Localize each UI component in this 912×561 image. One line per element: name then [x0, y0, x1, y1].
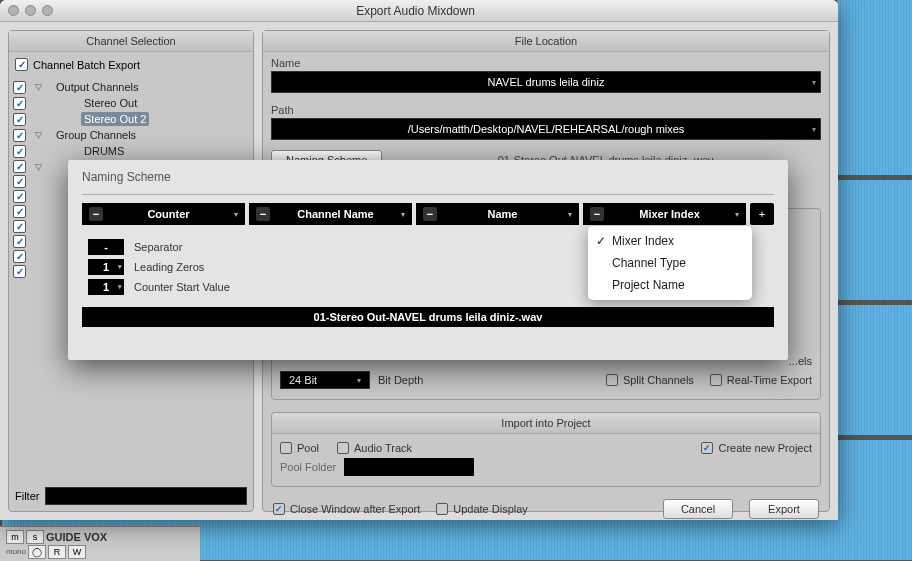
channel-label[interactable]: Stereo Out 2 — [81, 112, 149, 126]
leading-zeros-field[interactable]: 1▾ — [88, 259, 124, 275]
separator-field[interactable]: - — [88, 239, 124, 255]
field-bar: −Counter▾−Channel Name▾−Name▾−Mixer Inde… — [82, 203, 774, 225]
separator-label: Separator — [134, 241, 182, 253]
bit-depth-select[interactable]: 24 Bit ▾ — [280, 371, 370, 389]
dropdown-icon[interactable]: ▾ — [812, 125, 816, 134]
track-header[interactable]: m s GUIDE VOX mono ◯ R W — [0, 526, 200, 561]
channel-checkbox[interactable]: ✓ — [13, 97, 26, 110]
track-name: GUIDE VOX — [46, 531, 107, 543]
name-field[interactable]: NAVEL drums leila diniz ▾ — [271, 71, 821, 93]
chevron-down-icon[interactable]: ▾ — [735, 210, 739, 219]
leading-zeros-label: Leading Zeros — [134, 261, 204, 273]
channel-label[interactable]: Output Channels — [53, 80, 142, 94]
chevron-down-icon[interactable]: ▾ — [118, 263, 122, 271]
channel-label[interactable]: Group Channels — [53, 128, 139, 142]
titlebar[interactable]: Export Audio Mixdown — [0, 0, 838, 22]
naming-field[interactable]: −Counter▾ — [82, 203, 245, 225]
channel-checkbox[interactable]: ✓ — [13, 265, 26, 278]
menu-item[interactable]: Channel Type — [588, 252, 752, 274]
cancel-button[interactable]: Cancel — [663, 499, 733, 519]
pool-checkbox[interactable]: Pool — [280, 442, 319, 454]
chevron-down-icon[interactable]: ▾ — [118, 283, 122, 291]
remove-field-icon[interactable]: − — [256, 207, 270, 221]
channel-label[interactable] — [53, 166, 59, 168]
field-name: Name — [443, 208, 562, 220]
path-value: /Users/matth/Desktop/NAVEL/REHEARSAL/rou… — [408, 123, 685, 135]
panel-header: File Location — [263, 31, 829, 52]
channel-checkbox[interactable]: ✓ — [13, 175, 26, 188]
write-automation[interactable]: W — [68, 545, 86, 559]
remove-field-icon[interactable]: − — [89, 207, 103, 221]
bit-depth-value: 24 Bit — [289, 374, 317, 386]
channel-checkbox[interactable]: ✓ — [13, 145, 26, 158]
export-button[interactable]: Export — [749, 499, 819, 519]
channel-checkbox[interactable]: ✓ — [13, 205, 26, 218]
channel-checkbox[interactable]: ✓ — [13, 235, 26, 248]
chevron-down-icon[interactable]: ▾ — [568, 210, 572, 219]
counter-start-field[interactable]: 1▾ — [88, 279, 124, 295]
channel-checkbox[interactable]: ✓ — [13, 160, 26, 173]
waveform — [837, 180, 912, 300]
minimize-icon[interactable] — [25, 5, 36, 16]
tree-row[interactable]: ✓▽Group Channels — [13, 127, 249, 143]
channel-checkbox[interactable]: ✓ — [13, 113, 26, 126]
naming-field[interactable]: −Channel Name▾ — [249, 203, 412, 225]
channel-label[interactable]: Stereo Out — [81, 96, 140, 110]
update-display-checkbox[interactable]: Update Display — [436, 503, 528, 515]
tree-row[interactable]: ✓Stereo Out — [13, 95, 249, 111]
menu-item[interactable]: Project Name — [588, 274, 752, 296]
naming-field[interactable]: −Name▾ — [416, 203, 579, 225]
channel-label[interactable]: DRUMS — [81, 144, 127, 158]
chevron-down-icon[interactable]: ▾ — [401, 210, 405, 219]
name-label: Name — [263, 52, 829, 71]
disclosure-triangle-icon[interactable]: ▽ — [35, 162, 45, 172]
bit-depth-label: Bit Depth — [378, 374, 423, 386]
tree-row[interactable]: ✓▽Output Channels — [13, 79, 249, 95]
tree-row[interactable]: ✓Stereo Out 2 — [13, 111, 249, 127]
filter-label: Filter — [15, 490, 39, 502]
remove-field-icon[interactable]: − — [423, 207, 437, 221]
close-after-export-checkbox[interactable]: Close Window after Export — [273, 503, 420, 515]
pool-folder-label: Pool Folder — [280, 461, 336, 473]
channel-mode: mono — [6, 547, 26, 556]
path-label: Path — [263, 99, 829, 118]
waveform — [837, 95, 912, 175]
close-icon[interactable] — [8, 5, 19, 16]
panel-header: Import into Project — [272, 413, 820, 434]
solo-button[interactable]: s — [26, 530, 44, 544]
channel-checkbox[interactable]: ✓ — [13, 190, 26, 203]
field-name: Channel Name — [276, 208, 395, 220]
tree-row[interactable]: ✓DRUMS — [13, 143, 249, 159]
channel-checkbox[interactable]: ✓ — [13, 220, 26, 233]
name-value: NAVEL drums leila diniz — [488, 76, 605, 88]
panel-header: Channel Selection — [9, 31, 253, 52]
path-field[interactable]: /Users/matth/Desktop/NAVEL/REHEARSAL/rou… — [271, 118, 821, 140]
channel-checkbox[interactable]: ✓ — [13, 81, 26, 94]
menu-item[interactable]: Mixer Index — [588, 230, 752, 252]
audio-track-checkbox[interactable]: Audio Track — [337, 442, 412, 454]
pool-folder-field[interactable] — [344, 458, 474, 476]
disclosure-triangle-icon[interactable]: ▽ — [35, 82, 45, 92]
channel-checkbox[interactable]: ✓ — [13, 129, 26, 142]
add-field-button[interactable]: + — [750, 203, 774, 225]
chevron-down-icon: ▾ — [357, 376, 361, 385]
mixer-index-menu[interactable]: Mixer IndexChannel TypeProject Name — [588, 226, 752, 300]
remove-field-icon[interactable]: − — [590, 207, 604, 221]
dropdown-icon[interactable]: ▾ — [812, 78, 816, 87]
disclosure-triangle-icon[interactable]: ▽ — [35, 130, 45, 140]
zoom-icon[interactable] — [42, 5, 53, 16]
batch-export-label: Channel Batch Export — [33, 59, 140, 71]
window-controls[interactable] — [8, 5, 53, 16]
split-channels-checkbox[interactable]: Split Channels — [606, 374, 694, 386]
field-name: Mixer Index — [610, 208, 729, 220]
realtime-export-checkbox[interactable]: Real-Time Export — [710, 374, 812, 386]
channel-checkbox[interactable]: ✓ — [13, 250, 26, 263]
create-new-project-checkbox[interactable]: Create new Project — [701, 442, 812, 454]
batch-export-checkbox[interactable]: ✓ — [15, 58, 28, 71]
chevron-down-icon[interactable]: ▾ — [234, 210, 238, 219]
mute-button[interactable]: m — [6, 530, 24, 544]
naming-field[interactable]: −Mixer Index▾ — [583, 203, 746, 225]
read-automation[interactable]: R — [48, 545, 66, 559]
filter-input[interactable] — [45, 487, 247, 505]
record-enable[interactable]: ◯ — [28, 545, 46, 559]
